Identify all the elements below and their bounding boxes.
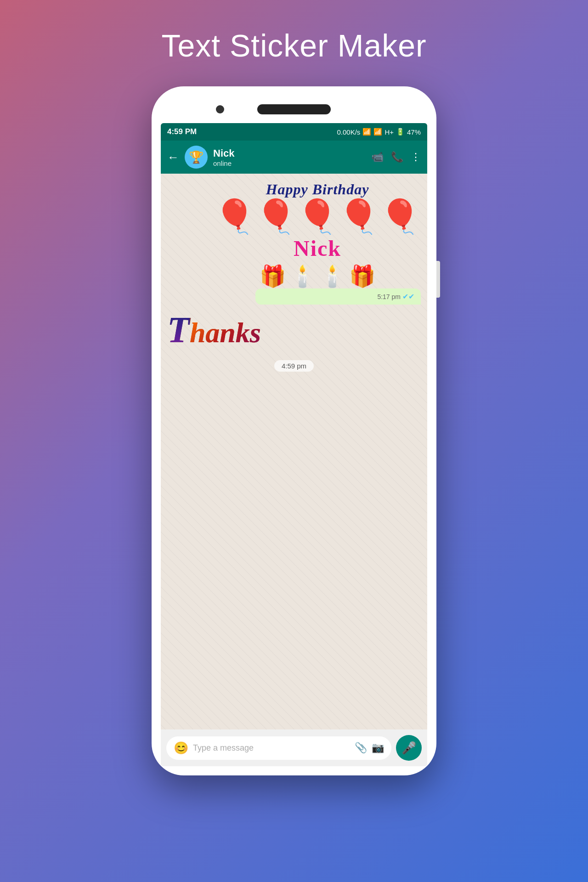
gift-left-icon: 🎁 [260, 264, 286, 288]
thanks-T-letter: T [167, 310, 190, 350]
candle-2-icon: 🕯️ [289, 264, 316, 288]
phone-speaker [257, 104, 331, 114]
mic-icon: 🎤 [401, 741, 416, 755]
contact-name: Nick [213, 147, 366, 159]
phone-shell: 4:59 PM 0.00K/s 📶 📶 H+ 🔋 47% ← 🏆 Nick on… [152, 86, 436, 775]
timestamp-pill: 4:59 pm [274, 360, 314, 372]
phone-screen: 4:59 PM 0.00K/s 📶 📶 H+ 🔋 47% ← 🏆 Nick on… [161, 123, 427, 766]
timestamp-center: 4:59 pm [167, 360, 421, 372]
read-receipt-icon: ✔✔ [402, 292, 414, 301]
input-bar: 😊 Type a message 📎 📷 🎤 [161, 729, 427, 766]
sent-birthday-sticker: Happy Birthday 🎈🎈🎈🎈🎈 Nick 🎁 🕯️ 🕯️ 🎁 5:17… [167, 181, 421, 305]
status-speed: 0.00K/s [337, 128, 361, 136]
chat-header: ← 🏆 Nick online 📹 📞 ⋮ [161, 141, 427, 174]
message-time: 5:17 pm ✔✔ [262, 292, 414, 301]
time-text: 5:17 pm [377, 293, 401, 300]
candle-3-icon: 🕯️ [319, 264, 345, 288]
status-bar: 4:59 PM 0.00K/s 📶 📶 H+ 🔋 47% [161, 123, 427, 141]
sticker-content: Happy Birthday 🎈🎈🎈🎈🎈 Nick 🎁 🕯️ 🕯️ 🎁 5:17… [214, 181, 421, 305]
hplus-icon: H+ [384, 128, 394, 136]
phone-side-button [436, 261, 440, 298]
contact-avatar: 🏆 [185, 146, 208, 169]
phone-call-icon[interactable]: 📞 [391, 151, 403, 163]
thanks-text: Thanks [167, 309, 261, 351]
video-call-icon[interactable]: 📹 [371, 151, 384, 163]
mic-button[interactable]: 🎤 [396, 735, 422, 761]
battery-icon: 🔋 [396, 128, 405, 136]
thanks-hanks-letters: hanks [190, 317, 261, 348]
signal-icon: 📶 [373, 128, 382, 136]
message-time-bubble: 5:17 pm ✔✔ [255, 288, 421, 305]
camera-button[interactable]: 📷 [372, 742, 384, 754]
battery-percent: 47% [407, 128, 421, 136]
emoji-button[interactable]: 😊 [174, 741, 188, 755]
phone-camera [216, 105, 224, 113]
birthday-icons: 🎁 🕯️ 🕯️ 🎁 [214, 264, 421, 288]
avatar-trophy-icon: 🏆 [189, 150, 204, 164]
wifi-icon: 📶 [362, 128, 371, 136]
gift-right-icon: 🎁 [349, 264, 375, 288]
received-thanks-sticker: Thanks [167, 309, 421, 351]
header-actions: 📹 📞 ⋮ [371, 151, 421, 163]
attach-button[interactable]: 📎 [355, 742, 367, 754]
nick-name-sticker: Nick [214, 236, 421, 261]
message-input-wrap[interactable]: 😊 Type a message 📎 📷 [166, 736, 391, 760]
chat-area: Happy Birthday 🎈🎈🎈🎈🎈 Nick 🎁 🕯️ 🕯️ 🎁 5:17… [161, 174, 427, 729]
thanks-sticker-content: Thanks [167, 309, 261, 351]
back-button[interactable]: ← [167, 150, 179, 164]
balloon-emoji: 🎈🎈🎈🎈🎈 [214, 200, 421, 233]
phone-top-bar [161, 96, 427, 123]
contact-info: Nick online [213, 147, 366, 167]
status-icons: 0.00K/s 📶 📶 H+ 🔋 47% [337, 128, 421, 136]
app-title: Text Sticker Maker [161, 28, 426, 63]
more-options-icon[interactable]: ⋮ [411, 151, 421, 163]
status-time: 4:59 PM [167, 127, 197, 136]
message-input[interactable]: Type a message [193, 743, 350, 753]
happy-birthday-text: Happy Birthday [214, 181, 421, 198]
contact-status: online [213, 159, 366, 167]
